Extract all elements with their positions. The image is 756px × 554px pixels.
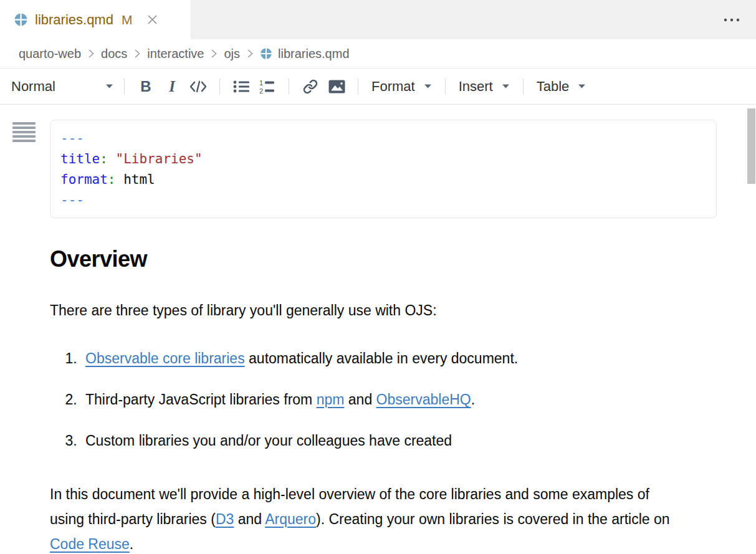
numbered-list: Observable core libraries automatically …: [50, 346, 717, 453]
paragraph-style-select[interactable]: Normal: [9, 79, 116, 95]
code-line: title: "Libraries": [60, 149, 705, 170]
link-icon: [303, 79, 318, 94]
text-run: and: [234, 511, 265, 527]
svg-text:1: 1: [259, 79, 263, 87]
list-item[interactable]: Third-party JavaScript libraries from np…: [81, 387, 717, 412]
style-select-value: Normal: [11, 79, 55, 95]
tab-title: libraries.qmd: [35, 12, 113, 28]
code-icon: [189, 80, 208, 93]
code-line: ---: [60, 190, 705, 211]
image-button[interactable]: [323, 75, 350, 98]
breadcrumb-item-quarto-web[interactable]: quarto-web: [19, 47, 81, 61]
outro-paragraph[interactable]: In this document we'll provide a high-le…: [50, 482, 681, 554]
code-token: [116, 172, 124, 187]
code-token: title: [60, 151, 100, 166]
italic-icon: I: [169, 78, 175, 95]
vertical-scrollbar[interactable]: [747, 105, 756, 553]
insert-menu[interactable]: Insert: [454, 79, 515, 95]
chevron-right-icon: [87, 49, 95, 59]
svg-text:2: 2: [259, 87, 263, 94]
numbered-list-icon: 1 2: [259, 79, 275, 94]
breadcrumb-separator: [246, 49, 254, 59]
doc-link[interactable]: Code Reuse: [50, 536, 130, 552]
editor-content: ---title: "Libraries"format: html--- Ove…: [0, 105, 756, 553]
chevron-right-icon: [209, 49, 218, 59]
text-run: There are three types of library you'll …: [50, 302, 437, 318]
bulleted-list-button[interactable]: [228, 75, 254, 98]
text-run: .: [130, 536, 133, 552]
quarto-file-icon: [260, 47, 272, 60]
breadcrumb-file-label: libraries.qmd: [278, 47, 349, 61]
text-run: Third-party JavaScript libraries from: [85, 391, 317, 408]
text-run: .: [471, 391, 475, 408]
code-token: :: [100, 151, 108, 166]
yaml-metadata-block[interactable]: ---title: "Libraries"format: html---: [50, 120, 717, 218]
breadcrumb-separator: [209, 49, 218, 59]
toolbar-divider: [358, 79, 358, 95]
chevron-down-icon: [105, 84, 113, 89]
more-actions-button[interactable]: [721, 12, 742, 27]
numbered-list-button[interactable]: 1 2: [254, 75, 280, 98]
image-icon: [328, 80, 345, 93]
code-line: format: html: [60, 170, 705, 190]
toolbar-divider: [445, 79, 446, 95]
table-menu[interactable]: Table: [532, 79, 591, 95]
code-token: ---: [60, 131, 84, 146]
chevron-down-icon: [502, 84, 510, 89]
tab-libraries-qmd[interactable]: libraries.qmd M: [0, 0, 191, 39]
text-run: automatically available in every documen…: [245, 350, 519, 366]
chevron-down-icon: [424, 84, 432, 89]
heading-overview[interactable]: Overview: [50, 246, 717, 272]
italic-button[interactable]: I: [159, 75, 185, 98]
doc-link[interactable]: D3: [216, 511, 234, 527]
formatting-toolbar: Normal B I 1 2: [0, 69, 756, 105]
list-item[interactable]: Observable core libraries automatically …: [81, 346, 717, 371]
intro-paragraph[interactable]: There are three types of library you'll …: [50, 298, 717, 323]
chevron-right-icon: [246, 49, 254, 59]
code-line: ---: [60, 128, 705, 149]
bold-icon: B: [140, 78, 151, 95]
format-menu-label: Format: [371, 79, 415, 95]
modified-badge: M: [122, 12, 133, 27]
breadcrumb-file[interactable]: libraries.qmd: [260, 47, 349, 61]
text-run: ). Creating your own libraries is covere…: [316, 511, 670, 527]
bulleted-list-icon: [233, 80, 249, 93]
toolbar-divider: [124, 79, 125, 95]
link-button[interactable]: [297, 75, 323, 98]
breadcrumb: quarto-webdocsinteractiveojs libraries.q…: [0, 39, 756, 69]
breadcrumb-separator: [133, 49, 141, 59]
doc-link[interactable]: ObservableHQ: [376, 391, 471, 408]
breadcrumb-item-interactive[interactable]: interactive: [147, 47, 204, 61]
code-token: html: [123, 172, 155, 187]
close-tab-icon[interactable]: [146, 14, 158, 26]
chevron-down-icon: [578, 84, 586, 89]
bold-button[interactable]: B: [133, 75, 159, 98]
code-token: :: [108, 172, 116, 187]
table-menu-label: Table: [537, 79, 570, 95]
toolbar-divider: [289, 79, 289, 95]
doc-link[interactable]: Arquero: [265, 511, 316, 527]
toolbar-divider: [523, 79, 524, 95]
code-token: [108, 151, 116, 166]
breadcrumb-item-ojs[interactable]: ojs: [224, 47, 240, 61]
tab-bar: libraries.qmd M: [0, 0, 756, 39]
code-token: "Libraries": [116, 151, 203, 166]
text-run: Custom libraries you and/or your colleag…: [85, 432, 452, 449]
quarto-file-icon: [14, 12, 28, 27]
block-drag-handle-icon[interactable]: [12, 122, 36, 142]
toolbar-divider: [219, 79, 220, 95]
chevron-right-icon: [133, 49, 141, 59]
list-item[interactable]: Custom libraries you and/or your colleag…: [81, 428, 717, 453]
breadcrumb-separator: [87, 49, 95, 59]
scrollbar-thumb[interactable]: [747, 108, 755, 184]
code-button[interactable]: [185, 75, 211, 98]
breadcrumb-item-docs[interactable]: docs: [101, 47, 127, 61]
doc-link[interactable]: npm: [317, 391, 345, 408]
code-token: format: [60, 172, 108, 187]
code-token: ---: [60, 193, 84, 208]
insert-menu-label: Insert: [459, 79, 493, 95]
format-menu[interactable]: Format: [366, 79, 437, 95]
doc-link[interactable]: Observable core libraries: [85, 350, 245, 366]
text-run: and: [344, 391, 376, 408]
